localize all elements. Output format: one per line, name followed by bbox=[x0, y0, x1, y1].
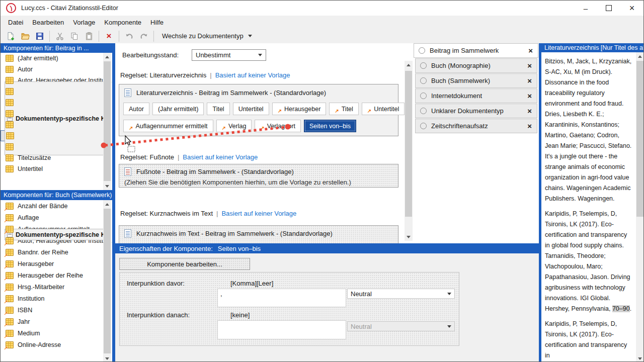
scrollbar-thumb[interactable] bbox=[636, 61, 643, 217]
chip-auflagennummer[interactable]: ↗Auflagennummer ermittelt bbox=[123, 120, 213, 132]
tree-item[interactable]: Herausgeber der Reihe bbox=[1, 269, 112, 281]
scroll-down-icon[interactable] bbox=[103, 182, 111, 190]
scroll-up-icon[interactable] bbox=[405, 61, 413, 69]
close-tab-icon[interactable]: × bbox=[527, 92, 532, 100]
switch-document-type-button[interactable]: Wechsle zu Dokumententyp bbox=[157, 31, 257, 41]
menu-komponente[interactable]: Komponente bbox=[100, 17, 146, 28]
punctuation-before-label: Interpunktion davor: bbox=[127, 280, 185, 287]
radio-icon bbox=[420, 93, 427, 99]
editor-scrollbar[interactable] bbox=[405, 61, 413, 241]
minimize-button[interactable]: – bbox=[574, 1, 597, 16]
tree-group-label: Dokumententyp-spezifische K... bbox=[16, 231, 107, 238]
tree-group-header[interactable]: Dokumententyp-spezifische K... bbox=[5, 81, 107, 155]
open-button[interactable] bbox=[18, 30, 32, 42]
chip-verlagsort[interactable]: ↗Verlagsort bbox=[255, 120, 301, 132]
tab-internetdokument[interactable]: Internetdokument × bbox=[415, 88, 537, 103]
tree-item[interactable]: Untertitel bbox=[1, 163, 112, 174]
chip-label: Herausgeber bbox=[284, 106, 320, 113]
cut-button[interactable] bbox=[53, 30, 66, 42]
scroll-up-icon[interactable] bbox=[103, 200, 111, 208]
menu-datei[interactable]: Datei bbox=[4, 17, 28, 28]
tab-label: Internetdokument bbox=[431, 92, 482, 100]
tree-item[interactable]: Auflage bbox=[1, 212, 112, 223]
tree-item[interactable]: Herausgeber bbox=[1, 258, 112, 269]
edit-component-button[interactable]: Komponente bearbeiten... bbox=[119, 258, 250, 270]
tab-unklarer-dokumententyp[interactable]: Unklarer Dokumententyp × bbox=[415, 104, 537, 118]
punctuation-before-input[interactable]: , bbox=[217, 289, 346, 307]
menu-bearbeiten[interactable]: Bearbeiten bbox=[28, 17, 68, 28]
chip-jahr-ermittelt[interactable]: (Jahr ermittelt) bbox=[152, 103, 204, 115]
based-on-template-link[interactable]: Basiert auf keiner Vorlage bbox=[221, 210, 296, 217]
close-tab-icon[interactable]: × bbox=[528, 47, 533, 54]
paste-button[interactable] bbox=[82, 30, 96, 42]
tree-item[interactable]: Hrsg.-Mitarbeiter bbox=[1, 281, 112, 293]
close-button[interactable]: × bbox=[620, 1, 643, 16]
scroll-down-icon[interactable] bbox=[103, 354, 111, 362]
tab-zeitschriftenaufsatz[interactable]: Zeitschriftenaufsatz × bbox=[415, 119, 537, 133]
tree-item[interactable]: Online-Adresse bbox=[1, 339, 112, 350]
chip-untertitel-2[interactable]: ↗Untertitel bbox=[362, 103, 405, 115]
chip-herausgeber[interactable]: ↗Herausgeber bbox=[272, 103, 327, 115]
tree-group-header[interactable]: Dokumententyp-spezifische K... bbox=[5, 229, 107, 240]
sidebar-top-scrollbar[interactable] bbox=[103, 53, 111, 190]
new-button[interactable] bbox=[4, 30, 17, 42]
scroll-up-icon[interactable] bbox=[636, 52, 644, 60]
chip-autor[interactable]: Autor bbox=[123, 103, 149, 115]
menu-bar: Datei Bearbeiten Vorlage Komponente Hilf… bbox=[1, 16, 643, 29]
intext-template-panel[interactable]: Kurznachweis im Text - Beitrag im Sammel… bbox=[119, 225, 398, 243]
close-tab-icon[interactable]: × bbox=[527, 122, 532, 130]
sidebar-bottom-scrollbar[interactable] bbox=[103, 200, 111, 362]
tree-item[interactable]: Institution bbox=[1, 293, 112, 304]
menu-vorlage[interactable]: Vorlage bbox=[68, 17, 100, 28]
punctuation-before-style-dropdown[interactable]: Neutral bbox=[347, 289, 455, 299]
scroll-down-icon[interactable] bbox=[405, 233, 413, 241]
status-dropdown[interactable]: Unbestimmt bbox=[192, 49, 266, 61]
template-document-icon bbox=[124, 229, 131, 238]
chip-untertitel[interactable]: Untertitel bbox=[233, 103, 269, 115]
tab-label: Zeitschriftenaufsatz bbox=[431, 122, 488, 130]
undo-button[interactable] bbox=[122, 30, 136, 42]
close-tab-icon[interactable]: × bbox=[527, 107, 532, 115]
based-on-template-link[interactable]: Basiert auf keiner Vorlage bbox=[183, 153, 258, 161]
footnote-template-panel[interactable]: Fußnote - Beitrag im Sammelwerk - (Stand… bbox=[119, 164, 398, 188]
scrollbar-thumb[interactable] bbox=[405, 71, 412, 217]
copy-button[interactable] bbox=[67, 30, 81, 42]
tree-item[interactable]: Jahr bbox=[1, 316, 112, 327]
scroll-up-icon[interactable] bbox=[103, 53, 111, 61]
tree-item[interactable]: Anzahl der Bände bbox=[1, 200, 112, 212]
chip-titel[interactable]: Titel bbox=[207, 103, 229, 115]
tree-item[interactable]: Bandnr. der Reihe bbox=[1, 246, 112, 258]
window-title: Lucy.ccs - Citavi Zitationsstil-Editor bbox=[21, 5, 118, 12]
menu-hilfe[interactable]: Hilfe bbox=[146, 17, 168, 28]
redo-button[interactable] bbox=[137, 30, 150, 42]
chip-seiten-von-bis-selected[interactable]: Seiten von–bis bbox=[304, 120, 356, 132]
close-tab-icon[interactable]: × bbox=[527, 77, 532, 84]
shortcut-arrow-icon: ↗ bbox=[222, 125, 226, 131]
toolbar: × Wechsle zu Dokumententyp bbox=[1, 29, 643, 43]
scrollbar-thumb[interactable] bbox=[104, 61, 111, 181]
punctuation-after-input[interactable] bbox=[217, 320, 346, 339]
tab-beitrag-im-sammelwerk[interactable]: Beitrag im Sammelwerk × bbox=[414, 43, 538, 58]
tree-item-label: Medium bbox=[18, 330, 40, 337]
save-button[interactable] bbox=[33, 30, 46, 42]
close-tab-icon[interactable]: × bbox=[527, 62, 532, 69]
chip-label: Autor bbox=[129, 106, 144, 113]
scroll-down-icon[interactable] bbox=[636, 354, 644, 362]
scrollbar-thumb[interactable] bbox=[104, 209, 111, 353]
delete-button[interactable]: × bbox=[102, 30, 116, 42]
chip-titel-2[interactable]: ↗Titel bbox=[329, 103, 359, 115]
chip-verlag[interactable]: ↗Verlag bbox=[216, 120, 252, 132]
based-on-template-link[interactable]: Basiert auf keiner Vorlage bbox=[215, 71, 290, 79]
maximize-button[interactable] bbox=[597, 1, 620, 16]
tab-buch-sammelwerk[interactable]: Buch (Sammelwerk) × bbox=[415, 73, 537, 88]
tab-buch-monographie[interactable]: Buch (Monographie) × bbox=[415, 58, 537, 73]
bibliography-template-panel[interactable]: Literaturverzeichnis - Beitrag im Sammel… bbox=[119, 84, 398, 136]
preview-scrollbar[interactable] bbox=[636, 52, 644, 362]
punctuation-after-style-dropdown[interactable]: Neutral bbox=[347, 321, 455, 331]
shortcut-arrow-icon: ↗ bbox=[129, 125, 133, 131]
tree-item[interactable]: ISBN bbox=[1, 304, 112, 316]
component-icon bbox=[6, 121, 14, 128]
tree-item[interactable]: Medium bbox=[1, 327, 112, 339]
tree-item[interactable]: (Jahr ermittelt) bbox=[1, 53, 112, 64]
tree-item[interactable]: Autor bbox=[1, 64, 112, 75]
